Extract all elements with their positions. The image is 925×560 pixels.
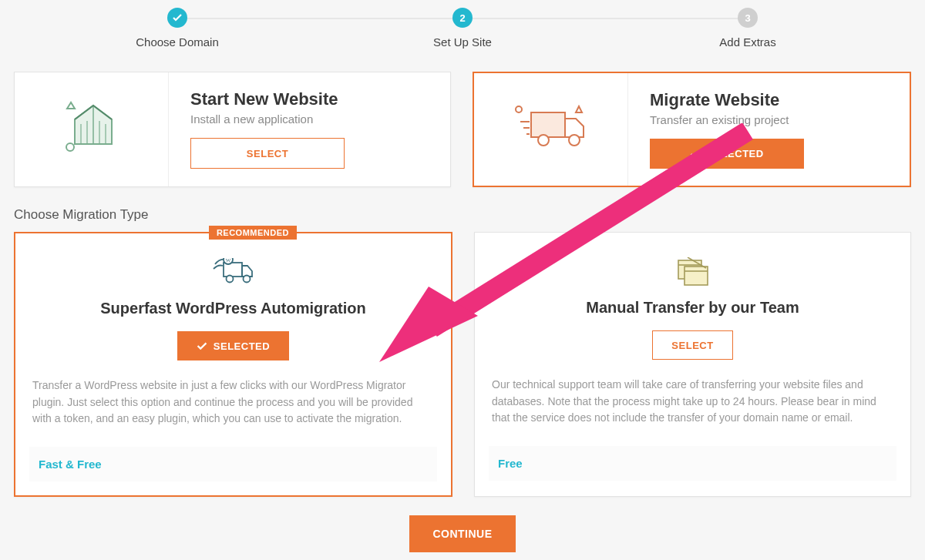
continue-row: CONTINUE (0, 497, 925, 552)
truck-icon (505, 99, 597, 160)
step-add-extras[interactable]: 3 Add Extras (701, 8, 794, 49)
option-body: Migrate Website Transfer an existing pro… (628, 73, 910, 186)
svg-text:W: W (225, 258, 230, 263)
button-label: SELECTED (707, 148, 763, 159)
migration-description: Transfer a WordPress website in just a f… (32, 377, 434, 430)
button-label: SELECT (247, 148, 288, 159)
svg-point-1 (66, 143, 74, 151)
step-indicator-current: 2 (452, 8, 473, 28)
option-icon-col (15, 72, 169, 186)
svg-point-17 (226, 276, 233, 283)
svg-rect-10 (531, 112, 565, 137)
step-set-up-site[interactable]: 2 Set Up Site (416, 8, 509, 49)
migration-icon: W (32, 258, 434, 289)
migration-title: Manual Transfer by our Team (492, 299, 893, 317)
section-title: Choose Migration Type (0, 187, 925, 232)
stepper: Choose Domain 2 Set Up Site 3 Add Extras (0, 0, 925, 49)
selected-button[interactable]: SELECTED (650, 139, 804, 169)
winged-truck-icon: W (213, 258, 254, 289)
button-label: SELECT (671, 340, 713, 351)
button-label: SELECTED (214, 340, 270, 352)
svg-rect-16 (224, 263, 242, 277)
select-button[interactable]: SELECT (190, 138, 345, 169)
step-indicator-todo: 3 (738, 8, 758, 28)
step-label: Choose Domain (136, 35, 219, 49)
house-icon (53, 95, 130, 164)
step-choose-domain[interactable]: Choose Domain (131, 8, 224, 49)
migration-cards-row: RECOMMENDED W Superfast WordPress Automi… (0, 232, 925, 497)
svg-point-18 (243, 276, 250, 283)
option-subtitle: Install a new application (190, 112, 429, 126)
svg-point-8 (516, 106, 522, 112)
option-icon-col (474, 73, 628, 186)
step-indicator-done (167, 8, 187, 28)
windows-icon (672, 257, 714, 288)
check-icon (197, 342, 207, 350)
option-cards-row: Start New Website Install a new applicat… (0, 49, 925, 187)
selected-button[interactable]: SELECTED (177, 331, 289, 360)
svg-marker-0 (67, 102, 75, 109)
recommended-badge: RECOMMENDED (209, 226, 297, 240)
option-subtitle: Transfer an existing project (650, 113, 888, 126)
step-label: Set Up Site (433, 35, 492, 49)
price-bar: Fast & Free (29, 447, 437, 481)
svg-rect-23 (684, 267, 708, 285)
option-start-new-website[interactable]: Start New Website Install a new applicat… (14, 72, 451, 187)
option-title: Start New Website (190, 89, 429, 109)
option-body: Start New Website Install a new applicat… (169, 72, 450, 186)
migration-description: Our technical support team will take car… (492, 377, 893, 429)
price-bar: Free (489, 446, 896, 481)
svg-point-12 (569, 135, 580, 146)
migration-title: Superfast WordPress Automigration (32, 300, 434, 317)
svg-point-11 (538, 135, 549, 146)
continue-button[interactable]: CONTINUE (409, 515, 515, 552)
check-icon (173, 14, 182, 22)
check-icon (690, 150, 701, 158)
svg-marker-9 (576, 106, 582, 112)
migration-option-manual[interactable]: Manual Transfer by our Team SELECT Our t… (474, 232, 911, 497)
select-button[interactable]: SELECT (652, 330, 732, 360)
step-label: Add Extras (719, 35, 775, 49)
option-title: Migrate Website (650, 90, 888, 110)
option-migrate-website[interactable]: Migrate Website Transfer an existing pro… (473, 72, 911, 187)
migration-icon (492, 257, 893, 288)
migration-option-automigration[interactable]: RECOMMENDED W Superfast WordPress Automi… (14, 232, 452, 497)
